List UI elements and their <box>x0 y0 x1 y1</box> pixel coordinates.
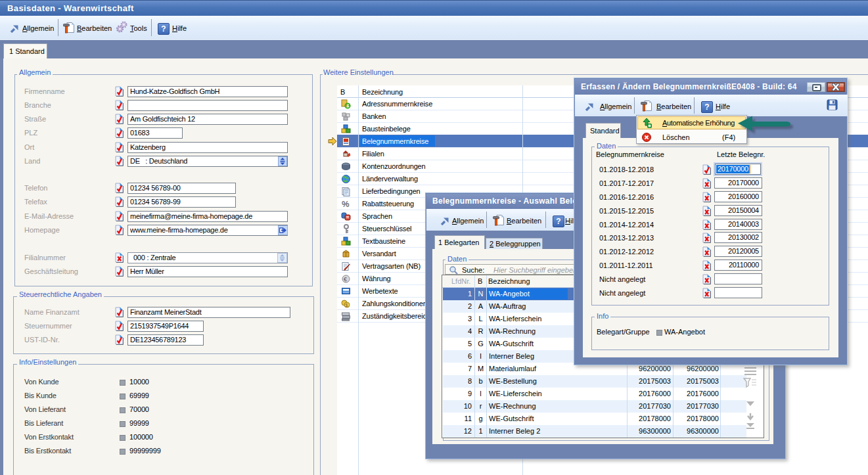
svg-text:%: % <box>342 199 350 209</box>
svg-text:$: $ <box>346 303 348 307</box>
svg-text:€: € <box>344 276 347 283</box>
